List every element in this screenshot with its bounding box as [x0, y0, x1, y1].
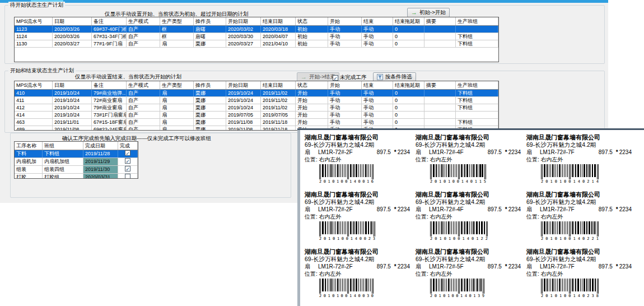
table-cell: 手动	[328, 33, 362, 40]
active-plans-note: 仅显示手动设置结束、当前状态为开始的计划	[75, 73, 181, 81]
size-height: 2234	[619, 149, 632, 156]
size-separator: *	[616, 263, 618, 270]
init-to-start-label: 初始->开始	[419, 9, 446, 16]
column-header: 操作员	[194, 17, 226, 25]
label-position: 位置: 右内左外	[305, 270, 412, 277]
table-cell: 手动	[362, 33, 393, 40]
label-card: 湖南旦晟门窗幕墙有限公司69-长沙万科魅力之城4.2期扇LM1R-72#-2F8…	[305, 191, 412, 248]
done-checkbox[interactable]	[125, 174, 130, 179]
label-spec-row: 扇LM1R-72#-2F897.5*2234	[305, 149, 412, 156]
start-to-end-label: 开始->结束	[309, 73, 335, 81]
table-cell: 69#22-24F窗扇	[92, 126, 127, 131]
process-row[interactable]: 下料下料组2019/11/28✓	[15, 150, 138, 158]
active-plans-group: 开始和结束状态主生产计划 仅显示手动设置结束、当前状态为开始的计划 → 开始->…	[4, 71, 605, 133]
table-cell: 手动	[362, 90, 393, 96]
barcode-bars	[541, 221, 599, 237]
size-separator: *	[505, 263, 507, 270]
label-card: 湖南旦晟门窗幕墙有限公司69-长沙万科魅力之城4.2期扇LM1R-72#-7F8…	[526, 133, 634, 191]
barcode-digits: 2010100140122	[430, 237, 488, 241]
table-cell: 初始	[296, 40, 328, 47]
size-width: 897.5	[377, 206, 391, 213]
table-cell: 2020/03/26	[53, 26, 92, 33]
column-header: 班组	[43, 142, 83, 150]
table-cell: 栗娜	[194, 112, 226, 118]
table-cell: 2019/11/02	[261, 104, 296, 111]
table-cell: 0	[393, 119, 424, 126]
product-dimensions: 897.5*2234	[488, 206, 523, 213]
label-position: 位置: 右内左外	[416, 270, 523, 277]
product-model: LM1R-72#-7F	[540, 206, 575, 213]
table-cell: 唐曙	[194, 26, 226, 33]
label-company: 湖南旦晟门窗幕墙有限公司	[526, 191, 634, 198]
table-cell	[456, 26, 498, 33]
barcode: 2010100140238	[541, 279, 599, 298]
label-project: 69-长沙万科魅力之城4.2期	[416, 198, 523, 206]
table-cell: 67#31-34F门框	[92, 33, 127, 40]
table-cell: 2019/10/24	[53, 90, 92, 96]
table-row[interactable]: 4142019/10/2473#1F门扇窗扇自产扇栗娜2019/07/05201…	[15, 112, 498, 119]
table-cell: 扇	[160, 119, 194, 126]
product-type: 扇	[416, 149, 421, 156]
table-row[interactable]: 4632019/11/0167#15-18F窗扇自产扇栗娜2019/11/082…	[15, 119, 498, 126]
table-cell: 2019/07/05	[261, 112, 296, 118]
size-width: 897.5	[599, 263, 613, 270]
table-cell: 手动	[362, 40, 393, 47]
process-row[interactable]: 打胶打胶组2020/03/31	[15, 174, 138, 179]
process-row[interactable]: 内扇机加内扇机加组2019/11/29✓	[15, 158, 138, 166]
column-header: 结束日期	[261, 81, 296, 89]
column-header: 结束拖延期	[393, 81, 424, 89]
table-cell: 2019/11/01	[53, 119, 92, 126]
init-to-start-button[interactable]: → 初始->开始	[407, 8, 450, 17]
process-row[interactable]: 组装组装四组2019/11/30✓	[15, 166, 138, 174]
table-row[interactable]: 11302020/03/2777#1-9F门扇自产扇栗娜2020/03/2720…	[15, 40, 498, 48]
table-cell	[424, 40, 456, 47]
product-type: 扇	[305, 263, 310, 270]
gray-arrow-icon: →	[301, 74, 307, 80]
label-company: 湖南旦晟门窗幕墙有限公司	[416, 191, 523, 198]
checkbox-icon[interactable]: ✓	[333, 75, 338, 81]
size-height: 2234	[508, 149, 521, 156]
product-dimensions: 897.5*2234	[377, 149, 412, 156]
label-position: 位置: 右内左外	[305, 156, 412, 163]
barcode-digits: 2010100140016	[319, 179, 374, 184]
table-cell: 2019/10/24	[226, 97, 261, 104]
product-dimensions: 897.5*2234	[377, 263, 412, 270]
size-separator: *	[505, 149, 507, 156]
table-cell: 开始	[296, 112, 328, 118]
label-spec-row: 扇LM1R-72#-7F897.5*2234	[526, 206, 634, 213]
product-type: 扇	[526, 206, 532, 213]
label-position: 位置: 右内左外	[526, 156, 634, 163]
label-project: 69-长沙万科魅力之城4.2期	[305, 198, 412, 206]
label-spec-row: 扇LM1R-72#-4F897.5*2234	[416, 206, 523, 213]
product-model: LM1R-72#-2F	[318, 149, 353, 156]
table-cell: 2021/04/10	[261, 40, 296, 47]
table-cell: 2020/04/07	[261, 33, 296, 40]
table-row[interactable]: 11242020/03/2667#31-34F门框自产框唐曙2020/03/30…	[15, 33, 498, 40]
done-cell: ✓	[118, 150, 138, 157]
product-model: LM1R-72#-4F	[429, 149, 464, 156]
table-cell: 栗娜	[194, 104, 226, 111]
table-cell: 自产	[127, 40, 160, 47]
table-cell: 开始	[296, 104, 328, 111]
done-checkbox[interactable]: ✓	[125, 158, 130, 164]
table-cell: 手动	[328, 90, 362, 96]
table-row[interactable]: 11232020/03/2669#37-40F门框自产框唐曙2020/03/02…	[15, 26, 498, 33]
label-company: 湖南旦晟门窗幕墙有限公司	[526, 133, 634, 141]
done-checkbox[interactable]: ✓	[125, 166, 130, 171]
table-cell: 初始	[296, 33, 328, 40]
product-model: LM1R-72#-2F	[318, 206, 353, 213]
table-cell: 414	[15, 112, 53, 118]
table-cell: 下料组	[456, 119, 498, 126]
label-card: 湖南旦晟门窗幕墙有限公司69-长沙万科魅力之城4.2期扇LM1R-72#-7F8…	[526, 248, 634, 305]
table-row[interactable]: 4102019/10/2479#商业地弹…自产扇栗娜2019/10/242019…	[15, 90, 498, 97]
table-row[interactable]: 4122019/10/2479#商业窗扇自产扇栗娜2019/10/242019/…	[15, 104, 498, 112]
table-cell: 下料组	[456, 104, 498, 111]
table-cell: 手动	[362, 104, 393, 111]
table-cell: 唐曙	[194, 33, 226, 40]
barcode-bars	[430, 221, 488, 237]
table-row[interactable]: 4112019/10/2472#商业窗扇自产扇栗娜2019/10/242019/…	[15, 97, 498, 104]
table-cell	[424, 112, 456, 118]
table-cell: 1130	[15, 40, 53, 47]
active-plans-title: 开始和结束状态主生产计划	[8, 67, 76, 75]
done-checkbox[interactable]: ✓	[125, 150, 130, 156]
